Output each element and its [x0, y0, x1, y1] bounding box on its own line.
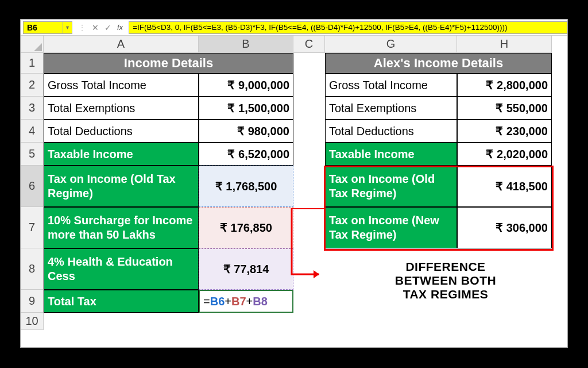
cell-A8[interactable]: 4% Health & Education Cess	[44, 248, 199, 290]
cell-A6[interactable]: Tax on Income (Old Tax Regime)	[44, 166, 199, 207]
name-box[interactable]: B6	[23, 21, 63, 34]
cell-A9[interactable]: Total Tax	[44, 290, 199, 313]
cell-G7[interactable]: Tax on Income (New Tax Regime)	[325, 207, 457, 248]
grid: ABCGH 12345678910 Income DetailsGross To…	[21, 36, 567, 347]
row-header-5[interactable]: 5	[21, 143, 44, 166]
right-header[interactable]: Alex's Income Details	[325, 53, 552, 74]
difference-caption: DIFFERENCEBETWEEN BOTHTAX REGIMES	[348, 260, 543, 301]
cell-H5[interactable]: ₹ 2,020,000	[457, 143, 552, 166]
fx-icon[interactable]: fx	[117, 23, 123, 32]
cell-A4[interactable]: Total Deductions	[44, 120, 199, 143]
row-header-1[interactable]: 1	[21, 53, 44, 74]
cell-G4[interactable]: Total Deductions	[325, 120, 457, 143]
cell-B9[interactable]: =B6+B7+B8	[199, 290, 293, 313]
column-headers: ABCGH	[44, 36, 552, 53]
row-header-4[interactable]: 4	[21, 120, 44, 143]
row-header-7[interactable]: 7	[21, 207, 44, 248]
row-header-9[interactable]: 9	[21, 290, 44, 313]
cell-H2[interactable]: ₹ 2,800,000	[457, 74, 552, 97]
formula-input[interactable]: =IF(B5<D3, 0, IF(B5<=E3, (B5-D3)*F3, IF(…	[129, 21, 567, 34]
row-header-2[interactable]: 2	[21, 74, 44, 97]
cell-G3[interactable]: Total Exemptions	[325, 97, 457, 120]
cell-B6[interactable]: ₹ 1,768,500	[199, 166, 293, 207]
cell-A7[interactable]: 10% Surcharge for Income more than 50 La…	[44, 207, 199, 248]
cell-G6[interactable]: Tax on Income (Old Tax Regime)	[325, 166, 457, 207]
cancel-formula-icon[interactable]: ✕	[92, 23, 99, 32]
left-header[interactable]: Income Details	[44, 53, 293, 74]
row-headers: 12345678910	[21, 53, 44, 330]
cell-H4[interactable]: ₹ 230,000	[457, 120, 552, 143]
name-box-dropdown[interactable]: ▾	[63, 21, 72, 34]
cell-A5[interactable]: Taxable Income	[44, 143, 199, 166]
formula-sep-icon: ⋮	[78, 23, 86, 32]
cell-A3[interactable]: Total Exemptions	[44, 97, 199, 120]
formula-bar-buttons: ⋮ ✕ ✓ fx	[72, 23, 129, 32]
cell-B7[interactable]: ₹ 176,850	[199, 207, 293, 248]
cell-G2[interactable]: Gross Total Income	[325, 74, 457, 97]
row-header-8[interactable]: 8	[21, 248, 44, 290]
cell-B4[interactable]: ₹ 980,000	[199, 120, 293, 143]
row-header-3[interactable]: 3	[21, 97, 44, 120]
select-all-corner[interactable]	[21, 36, 44, 53]
col-header-C[interactable]: C	[293, 36, 325, 53]
col-header-B[interactable]: B	[199, 36, 293, 53]
cell-H3[interactable]: ₹ 550,000	[457, 97, 552, 120]
cell-H7[interactable]: ₹ 306,000	[457, 207, 552, 248]
cell-A2[interactable]: Gross Total Income	[44, 74, 199, 97]
cell-B3[interactable]: ₹ 1,500,000	[199, 97, 293, 120]
col-header-A[interactable]: A	[44, 36, 199, 53]
col-header-G[interactable]: G	[325, 36, 457, 53]
col-header-H[interactable]: H	[457, 36, 552, 53]
accept-formula-icon[interactable]: ✓	[105, 23, 111, 32]
cell-B2[interactable]: ₹ 9,000,000	[199, 74, 293, 97]
formula-bar: B6 ▾ ⋮ ✕ ✓ fx =IF(B5<D3, 0, IF(B5<=E3, (…	[21, 20, 567, 36]
cell-B8[interactable]: ₹ 77,814	[199, 248, 293, 290]
cell-H6[interactable]: ₹ 418,500	[457, 166, 552, 207]
row-header-6[interactable]: 6	[21, 166, 44, 207]
excel-window: B6 ▾ ⋮ ✕ ✓ fx =IF(B5<D3, 0, IF(B5<=E3, (…	[20, 19, 568, 348]
row-header-10[interactable]: 10	[21, 313, 44, 330]
cell-B5[interactable]: ₹ 6,520,000	[199, 143, 293, 166]
cell-G5[interactable]: Taxable Income	[325, 143, 457, 166]
